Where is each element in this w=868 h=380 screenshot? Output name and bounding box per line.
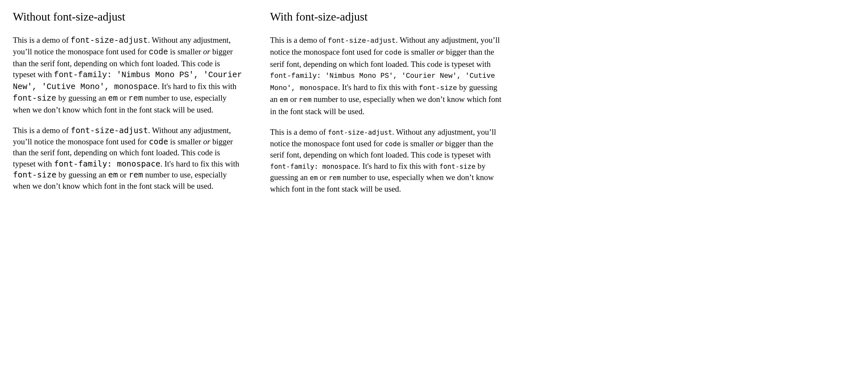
text: is smaller	[168, 137, 203, 146]
code-font-size-adjust: font-size-adjust	[328, 129, 392, 136]
text: . It's hard to fix this with	[338, 83, 419, 92]
text: . It's hard to fix this with	[160, 159, 239, 168]
code-font-size-adjust: font-size-adjust	[71, 126, 148, 135]
code-code: code	[149, 137, 168, 146]
text: is smaller	[168, 47, 203, 56]
text: by guessing an	[56, 170, 108, 179]
code-font-size: font-size	[13, 94, 56, 103]
code-font-size: font-size	[439, 163, 475, 170]
code-em: em	[310, 174, 318, 182]
text: by guessing an	[56, 94, 108, 102]
column-without-adjust: Without font-size-adjust This is a demo …	[13, 6, 244, 204]
code-em: em	[280, 96, 288, 104]
emphasis-or: or	[203, 137, 210, 146]
paragraph-with-nimbus: This is a demo of font-size-adjust. With…	[270, 35, 501, 117]
text: . It's hard to fix this with	[157, 82, 236, 91]
paragraph-without-monospace: This is a demo of font-size-adjust. With…	[13, 125, 244, 192]
column-with-adjust: With font-size-adjust This is a demo of …	[270, 6, 501, 204]
code-font-family-monospace: font-family: monospace	[270, 163, 359, 170]
code-font-size-adjust: font-size-adjust	[328, 37, 396, 45]
text: This is a demo of	[270, 128, 328, 136]
code-code: code	[385, 140, 401, 148]
paragraph-without-nimbus: This is a demo of font-size-adjust. With…	[13, 35, 244, 116]
code-em: em	[108, 170, 118, 180]
code-font-size: font-size	[13, 170, 56, 180]
code-rem: rem	[129, 170, 143, 180]
code-font-family-monospace: font-family: monospace	[54, 159, 160, 168]
heading-with: With font-size-adjust	[270, 9, 501, 25]
heading-without: Without font-size-adjust	[13, 9, 244, 25]
text: This is a demo of	[270, 36, 328, 44]
text: is smaller	[401, 139, 436, 148]
text: This is a demo of	[13, 36, 71, 44]
code-code: code	[149, 48, 168, 57]
text: . It's hard to fix this with	[359, 162, 439, 170]
text: or	[118, 94, 128, 102]
code-font-size-adjust: font-size-adjust	[71, 36, 148, 45]
code-rem: rem	[299, 96, 312, 104]
text: or	[118, 170, 129, 179]
emphasis-or: or	[437, 48, 444, 56]
text: is smaller	[402, 48, 437, 56]
code-font-size: font-size	[419, 84, 457, 92]
text: or	[288, 95, 299, 103]
code-code: code	[385, 49, 402, 57]
paragraph-with-monospace: This is a demo of font-size-adjust. With…	[270, 127, 501, 194]
code-rem: rem	[329, 174, 340, 182]
code-em: em	[108, 94, 118, 103]
code-rem: rem	[128, 94, 143, 103]
text: This is a demo of	[13, 126, 71, 135]
text: or	[318, 173, 329, 182]
emphasis-or: or	[436, 139, 443, 148]
emphasis-or: or	[203, 47, 210, 56]
